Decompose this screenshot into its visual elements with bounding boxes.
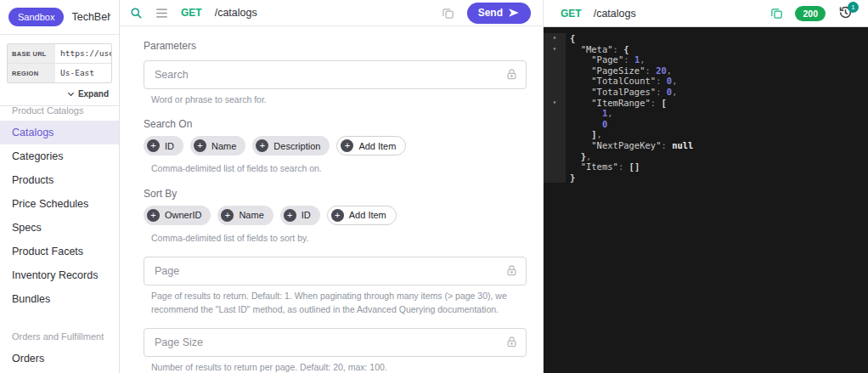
- add-icon: +: [256, 139, 268, 152]
- expand-toggle[interactable]: Expand: [0, 83, 119, 106]
- history-count-badge: 1: [848, 2, 859, 13]
- add-icon: +: [147, 209, 160, 222]
- code-text: ],: [566, 129, 602, 140]
- chip-description[interactable]: +Description: [252, 136, 330, 155]
- chip-name[interactable]: +Name: [190, 136, 245, 155]
- sidebar-item-products[interactable]: Products: [0, 168, 119, 192]
- code-line: }: [544, 172, 868, 184]
- region-value: Us-East: [55, 64, 111, 82]
- connection-config-table: BASE URL https://useast-s REGION Us-East: [7, 43, 112, 83]
- code-line: 1,: [544, 108, 868, 119]
- menu-button[interactable]: [155, 8, 168, 19]
- sidebar: Sandbox TechBehindM... BASE URL https://…: [0, 0, 120, 373]
- code-line: "TotalCount": 0,: [544, 76, 868, 87]
- code-text: "Items": []: [566, 161, 640, 172]
- sidebar-nav: Product CatalogsCatalogsCategoriesProduc…: [0, 106, 119, 373]
- code-text: "TotalCount": 0,: [566, 76, 677, 87]
- search-on-label: Search On: [144, 118, 527, 130]
- fold-caret-icon[interactable]: ▾: [544, 44, 566, 55]
- environment-badge[interactable]: Sandbox: [8, 8, 64, 26]
- copy-response-button[interactable]: [770, 7, 783, 20]
- chip-label: Name: [239, 210, 263, 220]
- request-topbar: GET /catalogs Send: [120, 0, 543, 26]
- sidebar-item-categories[interactable]: Categories: [0, 144, 119, 168]
- code-line: "Page": 1,: [544, 54, 868, 65]
- gutter: [544, 151, 566, 162]
- code-line: ],: [544, 129, 868, 140]
- nav-section-label-product-catalogs: Product Catalogs: [0, 106, 119, 121]
- gutter: [544, 172, 566, 184]
- sidebar-item-catalogs[interactable]: Catalogs: [0, 121, 119, 144]
- gutter: [544, 76, 566, 87]
- lock-icon[interactable]: [505, 336, 518, 348]
- code-text: {: [566, 33, 575, 44]
- sidebar-item-price-schedules[interactable]: Price Schedules: [0, 192, 119, 216]
- sidebar-item-inventory-records[interactable]: Inventory Records: [0, 263, 119, 287]
- search-endpoints-button[interactable]: [130, 7, 143, 20]
- code-line: ▾{: [544, 33, 868, 44]
- parameters-heading: Parameters: [144, 40, 527, 52]
- code-text: }: [566, 172, 575, 184]
- code-text: "Page": 1,: [566, 54, 645, 65]
- code-text: },: [566, 151, 591, 162]
- code-line: "PageSize": 20,: [544, 65, 868, 76]
- send-button[interactable]: Send: [467, 3, 531, 24]
- sidebar-item-product-facets[interactable]: Product Facets: [0, 240, 119, 263]
- response-path: /catalogs: [594, 8, 636, 20]
- page-size-input[interactable]: [144, 328, 527, 357]
- gutter: [544, 87, 566, 98]
- chip-ownerid[interactable]: +OwnerID: [144, 206, 211, 225]
- response-panel: GET /catalogs 200 1 ▾{▾ "Meta": { "Page"…: [543, 0, 868, 373]
- search-input[interactable]: [144, 60, 527, 89]
- search-icon: [130, 7, 143, 20]
- add-item-chip[interactable]: +Add Item: [327, 206, 397, 225]
- lock-icon[interactable]: [505, 264, 518, 277]
- sidebar-item-specs[interactable]: Specs: [0, 216, 119, 240]
- code-line: "NextPageKey": null: [544, 140, 868, 151]
- code-text: "TotalPages": 0,: [566, 87, 677, 98]
- gutter: [544, 119, 566, 130]
- response-topbar: GET /catalogs 200 1: [544, 0, 868, 27]
- chip-name[interactable]: +Name: [217, 206, 273, 225]
- page-input[interactable]: [144, 257, 527, 285]
- request-path[interactable]: /catalogs: [215, 7, 257, 19]
- region-label: REGION: [8, 64, 55, 82]
- code-line: "Items": []: [544, 161, 868, 172]
- add-item-chip[interactable]: +Add Item: [336, 136, 406, 155]
- response-method: GET: [561, 8, 582, 20]
- add-icon: +: [147, 139, 160, 152]
- sidebar-item-bundles[interactable]: Bundles: [0, 287, 119, 311]
- history-button[interactable]: 1: [837, 4, 856, 23]
- copy-icon: [442, 7, 454, 20]
- copy-icon: [770, 7, 783, 20]
- copy-request-button[interactable]: [442, 7, 454, 20]
- page-size-hint: Number of results to return per page. De…: [151, 360, 525, 373]
- code-text: 0: [566, 119, 607, 130]
- gutter: [544, 108, 566, 119]
- org-name[interactable]: TechBehindM...: [71, 11, 110, 23]
- chip-label: Add Item: [349, 210, 386, 220]
- page-size-field-wrap: [144, 328, 527, 357]
- code-line: 0: [544, 119, 868, 130]
- add-icon: +: [341, 139, 353, 152]
- add-icon: +: [284, 209, 296, 222]
- add-icon: +: [221, 209, 234, 222]
- chip-id[interactable]: +ID: [144, 136, 183, 155]
- status-badge: 200: [795, 6, 826, 21]
- lock-icon[interactable]: [505, 68, 518, 81]
- api-console: Sandbox TechBehindM... BASE URL https://…: [0, 0, 868, 373]
- code-line: "TotalPages": 0,: [544, 87, 868, 98]
- chip-label: ID: [165, 141, 174, 151]
- parameters-form: Parameters Word or phrase to search for.…: [120, 26, 543, 373]
- gutter: [544, 140, 566, 151]
- nav-section-label-orders-and-fulfillment: Orders and Fulfillment: [0, 325, 119, 347]
- fold-caret-icon[interactable]: ▾: [544, 33, 566, 44]
- fold-caret-icon[interactable]: ▾: [544, 98, 566, 109]
- page-field-wrap: [144, 257, 527, 285]
- sidebar-item-orders[interactable]: Orders: [0, 347, 119, 370]
- code-line: ▾ "Meta": {: [544, 44, 868, 55]
- expand-label: Expand: [78, 89, 109, 99]
- sidebar-header: Sandbox TechBehindM...: [0, 0, 119, 35]
- chip-label: Name: [211, 141, 236, 151]
- chip-id[interactable]: +ID: [280, 206, 320, 225]
